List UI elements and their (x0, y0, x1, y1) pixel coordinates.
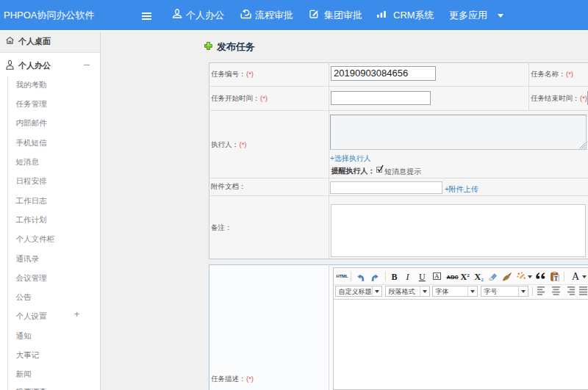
svg-text:T: T (553, 275, 557, 281)
